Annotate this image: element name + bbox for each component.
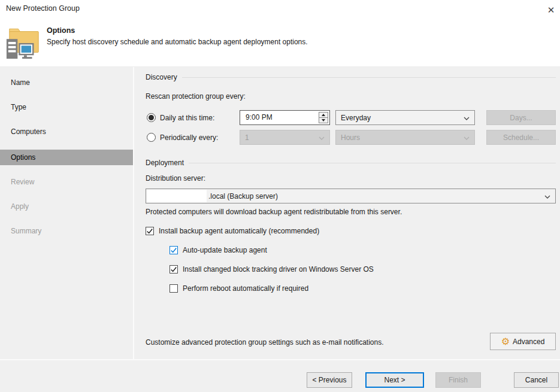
cancel-button-label: Cancel <box>525 376 547 384</box>
footer-divider <box>0 359 560 360</box>
checkbox-checked-icon <box>169 246 178 254</box>
sidebar-item-label: Apply <box>11 202 29 211</box>
daily-radio-label: Daily at this time: <box>160 114 214 122</box>
distribution-server-dropdown[interactable]: .local (Backup server) <box>146 189 556 203</box>
sidebar-item-summary: Summary <box>0 223 133 239</box>
sidebar-item-review: Review <box>0 174 133 190</box>
discovery-section-title: Discovery <box>146 73 177 81</box>
advanced-hint-text: Customize advanced protection group sett… <box>146 338 384 347</box>
checkbox-checked-icon <box>169 265 178 274</box>
page-description: Specify host discovery schedule and auto… <box>47 38 308 46</box>
frequency-dropdown[interactable]: Everyday <box>335 110 475 125</box>
checkbox-label: Install backup agent automatically (reco… <box>159 227 319 235</box>
previous-button-label: < Previous <box>312 376 346 384</box>
arrow-up-icon <box>322 114 325 116</box>
sidebar-divider <box>133 67 134 360</box>
spin-up-button[interactable] <box>319 113 328 117</box>
deployment-section-header: Deployment <box>146 159 556 167</box>
sidebar-item-name[interactable]: Name <box>0 75 133 90</box>
cancel-button[interactable]: Cancel <box>514 372 559 388</box>
distribution-note: Protected computers will download backup… <box>146 208 402 216</box>
daily-time-input[interactable]: 9:00 PM <box>240 110 330 125</box>
section-rule <box>182 77 556 78</box>
time-value: 9:00 PM <box>240 111 317 124</box>
discovery-section-header: Discovery <box>146 73 556 81</box>
frequency-value: Everyday <box>341 114 464 122</box>
interval-dropdown: 1 <box>240 130 330 145</box>
schedule-button-label: Schedule... <box>503 133 539 142</box>
server-value: .local (Backup server) <box>208 192 544 200</box>
checkbox-reboot[interactable]: Perform reboot automatically if required <box>169 283 308 293</box>
advanced-button-label: Advanced <box>513 338 544 346</box>
wizard-header: New Protection Group ✕ Options Specify h… <box>0 0 560 67</box>
unit-dropdown: Hours <box>335 130 475 145</box>
rescan-label: Rescan protection group every: <box>146 92 246 101</box>
protection-group-icon <box>5 24 42 63</box>
window-title: New Protection Group <box>6 4 80 13</box>
deployment-section-title: Deployment <box>146 159 184 167</box>
next-button[interactable]: Next > <box>365 372 424 388</box>
finish-button: Finish <box>435 372 481 388</box>
schedule-button: Schedule... <box>486 130 556 145</box>
gear-icon: ⚙ <box>501 337 510 347</box>
advanced-button[interactable]: ⚙ Advanced <box>490 333 556 350</box>
checkbox-label: Install changed block tracking driver on… <box>183 265 374 274</box>
sidebar-item-apply: Apply <box>0 199 133 214</box>
sidebar-item-label: Name <box>11 78 30 87</box>
interval-value: 1 <box>245 133 319 142</box>
periodically-radio-label: Periodically every: <box>160 133 218 142</box>
sidebar-item-type[interactable]: Type <box>0 99 133 115</box>
unit-value: Hours <box>341 133 464 142</box>
checkbox-cbt-driver[interactable]: Install changed block tracking driver on… <box>169 264 374 274</box>
distribution-server-label: Distribution server: <box>146 174 205 183</box>
radio-selected-icon <box>147 113 156 122</box>
arrow-down-icon <box>322 119 325 121</box>
checkbox-checked-icon <box>146 227 154 235</box>
page-title: Options <box>47 26 75 35</box>
days-button-label: Days... <box>510 114 532 122</box>
sidebar-item-computers[interactable]: Computers <box>0 124 133 139</box>
checkbox-label: Perform reboot automatically if required <box>183 284 308 293</box>
new-protection-group-wizard: New Protection Group ✕ Options Specify h… <box>0 0 560 392</box>
radio-unselected-icon <box>147 133 156 142</box>
sidebar-item-label: Summary <box>11 227 41 235</box>
section-rule <box>189 163 556 163</box>
chevron-down-icon <box>319 133 325 142</box>
redacted-server-name <box>147 190 207 202</box>
checkbox-install-agent[interactable]: Install backup agent automatically (reco… <box>146 226 319 236</box>
daily-radio[interactable]: Daily at this time: <box>147 110 214 125</box>
finish-button-label: Finish <box>449 376 468 384</box>
days-button: Days... <box>486 110 556 125</box>
chevron-down-icon <box>464 133 470 142</box>
checkbox-label: Auto-update backup agent <box>183 246 267 254</box>
next-button-label: Next > <box>384 376 405 384</box>
sidebar-item-label: Computers <box>11 127 46 136</box>
sidebar-item-label: Type <box>11 103 26 111</box>
previous-button[interactable]: < Previous <box>307 372 352 388</box>
sidebar-item-label: Options <box>11 153 35 162</box>
periodically-radio[interactable]: Periodically every: <box>147 130 218 145</box>
checkbox-unchecked-icon <box>169 284 178 293</box>
sidebar-item-options[interactable]: Options <box>0 150 133 165</box>
checkbox-auto-update[interactable]: Auto-update backup agent <box>169 245 267 255</box>
sidebar-item-label: Review <box>11 178 34 186</box>
chevron-down-icon <box>464 114 470 122</box>
time-spinner <box>319 112 328 123</box>
chevron-down-icon <box>544 192 550 200</box>
spin-down-button[interactable] <box>319 117 328 123</box>
close-icon[interactable]: ✕ <box>544 3 558 17</box>
